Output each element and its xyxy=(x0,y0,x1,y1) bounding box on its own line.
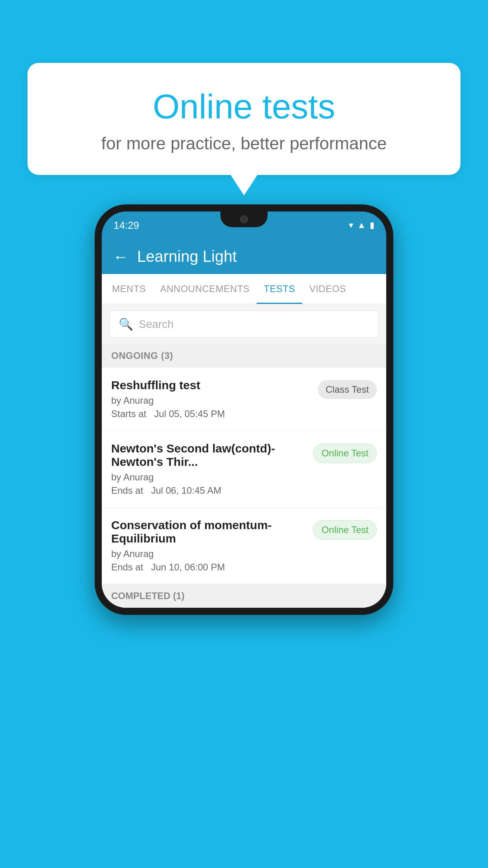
phone-notch xyxy=(220,211,268,227)
app-title: Learning Light xyxy=(137,248,237,265)
test-title-newton: Newton's Second law(contd)-Newton's Thir… xyxy=(111,442,305,469)
test-item-reshuffling[interactable]: Reshuffling test by Anurag Starts at Jul… xyxy=(102,368,386,431)
test-date-reshuffling: Starts at Jul 05, 05:45 PM xyxy=(111,408,310,419)
test-badge-conservation: Online Test xyxy=(313,520,377,540)
phone-shell: 14:29 ▾ ▲ ▮ ← Learning Light MENTS ANNOU… xyxy=(95,204,393,615)
speech-bubble-title: Online tests xyxy=(47,86,441,127)
speech-bubble-card: Online tests for more practice, better p… xyxy=(28,63,460,175)
test-author-conservation: by Anurag xyxy=(111,548,305,559)
speech-bubble-subtitle: for more practice, better performance xyxy=(47,134,441,153)
test-info-reshuffling: Reshuffling test by Anurag Starts at Jul… xyxy=(111,379,318,419)
section-completed-header: COMPLETED (1) xyxy=(102,584,386,608)
phone-screen: ← Learning Light MENTS ANNOUNCEMENTS TES… xyxy=(102,239,386,608)
test-info-newton: Newton's Second law(contd)-Newton's Thir… xyxy=(111,442,313,496)
test-badge-reshuffling: Class Test xyxy=(318,380,377,399)
status-time: 14:29 xyxy=(114,219,139,232)
search-bar[interactable]: 🔍 Search xyxy=(110,311,378,338)
battery-icon: ▮ xyxy=(370,220,374,230)
test-info-conservation: Conservation of momentum-Equilibrium by … xyxy=(111,519,313,573)
test-title-conservation: Conservation of momentum-Equilibrium xyxy=(111,519,305,545)
test-author-newton: by Anurag xyxy=(111,472,305,483)
signal-icon: ▲ xyxy=(357,220,366,230)
wifi-icon: ▾ xyxy=(349,220,353,230)
section-ongoing-header: ONGOING (3) xyxy=(102,344,386,368)
test-badge-newton: Online Test xyxy=(313,443,377,463)
search-input[interactable]: Search xyxy=(139,318,174,331)
tab-ments[interactable]: MENTS xyxy=(105,274,153,304)
test-title-reshuffling: Reshuffling test xyxy=(111,379,310,392)
search-container: 🔍 Search xyxy=(102,304,386,344)
test-item-newton[interactable]: Newton's Second law(contd)-Newton's Thir… xyxy=(102,431,386,508)
back-button[interactable]: ← xyxy=(113,249,128,265)
tab-videos[interactable]: VIDEOS xyxy=(302,274,353,304)
test-date-newton: Ends at Jul 06, 10:45 AM xyxy=(111,485,305,496)
status-icons: ▾ ▲ ▮ xyxy=(349,220,374,230)
test-date-conservation: Ends at Jun 10, 06:00 PM xyxy=(111,562,305,573)
tab-tests[interactable]: TESTS xyxy=(257,274,302,304)
app-header: ← Learning Light xyxy=(102,239,386,274)
test-item-conservation[interactable]: Conservation of momentum-Equilibrium by … xyxy=(102,508,386,584)
phone-wrapper: 14:29 ▾ ▲ ▮ ← Learning Light MENTS ANNOU… xyxy=(95,204,393,615)
tabs-bar: MENTS ANNOUNCEMENTS TESTS VIDEOS xyxy=(102,274,386,304)
search-icon: 🔍 xyxy=(119,317,133,331)
tab-announcements[interactable]: ANNOUNCEMENTS xyxy=(153,274,257,304)
status-bar: 14:29 ▾ ▲ ▮ xyxy=(102,211,386,239)
test-author-reshuffling: by Anurag xyxy=(111,395,310,406)
camera-dot xyxy=(240,215,248,223)
